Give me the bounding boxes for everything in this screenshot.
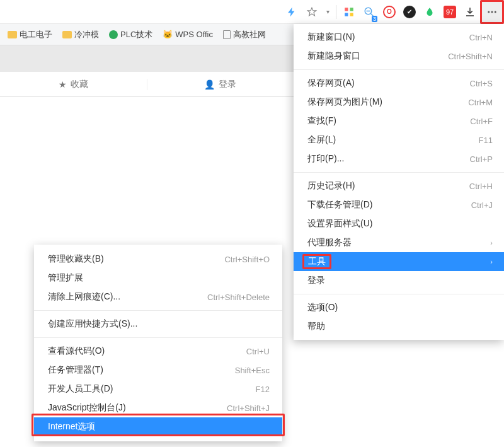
- menu-new-window[interactable]: 新建窗口(N)Ctrl+N: [294, 28, 504, 47]
- menu-label: 保存网页为图片(M): [307, 96, 468, 108]
- menu-label: 选项(O): [307, 302, 493, 313]
- calendar-icon[interactable]: 97: [440, 0, 460, 24]
- menu-skin[interactable]: 设置界面样式(U): [294, 214, 504, 233]
- menu-label: 历史记录(H): [307, 180, 469, 192]
- svg-rect-0: [345, 8, 348, 11]
- menu-save-as-image[interactable]: 保存网页为图片(M)Ctrl+M: [294, 93, 504, 112]
- star-icon[interactable]: [302, 0, 322, 24]
- menu-options[interactable]: 选项(O): [294, 298, 504, 317]
- more-button[interactable]: [480, 0, 504, 24]
- highlight-box: 工具: [302, 254, 331, 269]
- menu-help[interactable]: 帮助: [294, 317, 504, 336]
- menu-history[interactable]: 历史记录(H)Ctrl+H: [294, 177, 504, 195]
- menu-label: 新建窗口(N): [307, 32, 469, 43]
- submenu-devtools[interactable]: 开发人员工具(D)F12: [34, 380, 282, 398]
- menu-save-page[interactable]: 保存网页(A)Ctrl+S: [294, 74, 504, 93]
- drop-icon[interactable]: [420, 0, 440, 24]
- submenu-manage-extensions[interactable]: 管理扩展: [34, 269, 282, 287]
- svg-point-8: [491, 11, 493, 13]
- bookmark-item[interactable]: 高教社网: [218, 24, 271, 45]
- shield-icon[interactable]: ✔: [399, 0, 420, 24]
- bookmark-item[interactable]: 🐱WPS Offic: [158, 24, 218, 45]
- main-menu: 新建窗口(N)Ctrl+N 新建隐身窗口Ctrl+Shift+N 保存网页(A)…: [294, 24, 504, 340]
- menu-proxy[interactable]: 代理服务器›: [294, 233, 504, 252]
- bookmark-label: PLC技术: [120, 29, 152, 40]
- menu-fullscreen[interactable]: 全屏(L)F11: [294, 131, 504, 149]
- menu-separator: [294, 172, 504, 173]
- wps-icon: 🐱: [163, 30, 173, 39]
- submenu-js-console[interactable]: JavaScript控制台(J)Ctrl+Shift+J: [34, 398, 282, 417]
- menu-label: 开发人员工具(D): [48, 383, 256, 395]
- menu-shortcut: Ctrl+Shift+N: [448, 52, 493, 61]
- menu-shortcut: Ctrl+Shift+O: [224, 255, 270, 264]
- bookmark-label: WPS Offic: [175, 30, 213, 39]
- submenu-clear-data[interactable]: 清除上网痕迹(C)...Ctrl+Shift+Delete: [34, 287, 282, 306]
- folder-icon: [62, 31, 72, 38]
- menu-separator: [34, 337, 282, 338]
- svg-rect-1: [350, 8, 353, 11]
- menu-label: 登录: [307, 275, 493, 286]
- chevron-right-icon: ›: [490, 239, 493, 247]
- page-icon: [223, 30, 231, 39]
- menu-tools-text: 工具: [308, 256, 326, 266]
- opera-icon[interactable]: O: [379, 0, 399, 24]
- bookmark-item[interactable]: 电工电子: [3, 24, 57, 45]
- bookmark-item[interactable]: 冷冲模: [57, 24, 104, 45]
- menu-shortcut: Ctrl+P: [470, 154, 493, 164]
- submenu-task-manager[interactable]: 任务管理器(T)Shift+Esc: [34, 361, 282, 380]
- apps-icon[interactable]: [339, 0, 359, 24]
- menu-label: 管理收藏夹(B): [48, 253, 224, 265]
- tab-login[interactable]: 👤登录: [147, 79, 294, 90]
- menu-downloads[interactable]: 下载任务管理(D)Ctrl+J: [294, 195, 504, 214]
- chevron-down-icon[interactable]: ▾: [322, 0, 333, 24]
- menu-label: JavaScript控制台(J): [48, 402, 227, 414]
- tools-submenu: 管理收藏夹(B)Ctrl+Shift+O 管理扩展 清除上网痕迹(C)...Ct…: [34, 245, 282, 441]
- content-header-strip: [0, 45, 294, 72]
- menu-label: 管理扩展: [48, 272, 270, 284]
- lightning-icon[interactable]: [282, 0, 302, 24]
- bookmark-label: 冷冲模: [74, 29, 99, 40]
- tab-favorites[interactable]: ★收藏: [0, 79, 147, 90]
- zoom-badge: 3: [372, 16, 377, 22]
- menu-label: 查找(F): [307, 115, 470, 127]
- menu-shortcut: Ctrl+M: [468, 98, 493, 107]
- menu-shortcut: F11: [479, 136, 493, 145]
- menu-shortcut: F12: [256, 385, 270, 394]
- menu-login[interactable]: 登录: [294, 271, 504, 290]
- submenu-create-shortcut[interactable]: 创建应用快捷方式(S)...: [34, 315, 282, 334]
- menu-shortcut: Shift+Esc: [235, 366, 270, 375]
- menu-new-incognito[interactable]: 新建隐身窗口Ctrl+Shift+N: [294, 47, 504, 66]
- menu-label: 创建应用快捷方式(S)...: [48, 318, 270, 330]
- menu-find[interactable]: 查找(F)Ctrl+F: [294, 112, 504, 131]
- menu-print[interactable]: 打印(P)...Ctrl+P: [294, 149, 504, 168]
- submenu-internet-options[interactable]: Internet选项: [34, 417, 282, 436]
- menu-label: 设置界面样式(U): [307, 218, 493, 229]
- menu-label: 工具: [307, 254, 486, 269]
- menu-shortcut: Ctrl+Shift+J: [227, 403, 270, 413]
- bookmark-item[interactable]: PLC技术: [104, 24, 158, 45]
- bookmark-label: 电工电子: [20, 29, 52, 40]
- folder-icon: [8, 31, 17, 38]
- svg-point-7: [488, 11, 490, 13]
- download-icon[interactable]: [460, 0, 480, 24]
- user-icon: 👤: [204, 79, 215, 90]
- tab-label: 收藏: [71, 79, 88, 90]
- menu-separator: [34, 310, 282, 311]
- svg-rect-2: [345, 13, 348, 16]
- menu-shortcut: Ctrl+N: [469, 33, 493, 42]
- tab-label: 登录: [219, 79, 236, 90]
- submenu-view-source[interactable]: 查看源代码(O)Ctrl+U: [34, 342, 282, 361]
- subtab-bar: ★收藏 👤登录: [0, 72, 294, 97]
- submenu-manage-favorites[interactable]: 管理收藏夹(B)Ctrl+Shift+O: [34, 250, 282, 269]
- menu-label: 打印(P)...: [307, 153, 470, 165]
- menu-label: 全屏(L): [307, 134, 479, 146]
- menu-shortcut: Ctrl+U: [246, 347, 270, 356]
- site-icon: [109, 30, 118, 39]
- menu-label: 帮助: [307, 321, 493, 332]
- menu-shortcut: Ctrl+J: [471, 200, 493, 210]
- menu-label: 查看源代码(O): [48, 345, 246, 357]
- menu-label: 代理服务器: [307, 237, 486, 248]
- menu-label: 任务管理器(T): [48, 364, 235, 376]
- zoom-icon[interactable]: 3: [359, 0, 379, 24]
- menu-tools[interactable]: 工具›: [294, 252, 504, 271]
